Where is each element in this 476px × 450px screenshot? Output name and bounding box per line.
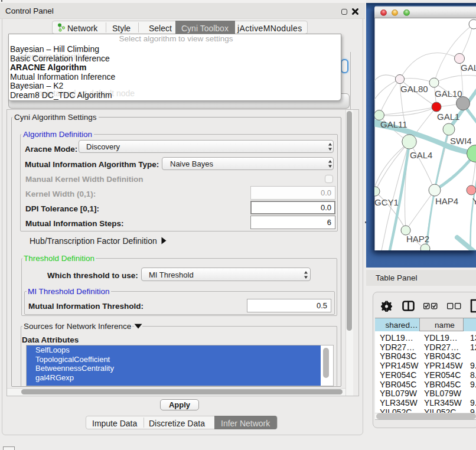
svg-text:SWI4: SWI4 — [450, 136, 472, 146]
svg-text:GAL11: GAL11 — [380, 119, 407, 129]
svg-text:GAL: GAL — [461, 63, 476, 73]
svg-text:GCY1: GCY1 — [374, 197, 399, 207]
svg-text:GAL1: GAL1 — [437, 112, 459, 122]
svg-text:HAP2: HAP2 — [406, 234, 429, 244]
svg-text:GAL10: GAL10 — [435, 89, 462, 99]
svg-text:Y: Y — [472, 196, 476, 206]
svg-text:GAL4: GAL4 — [410, 150, 432, 160]
svg-text:GAL80: GAL80 — [400, 84, 428, 94]
svg-text:HAP4: HAP4 — [435, 196, 458, 206]
